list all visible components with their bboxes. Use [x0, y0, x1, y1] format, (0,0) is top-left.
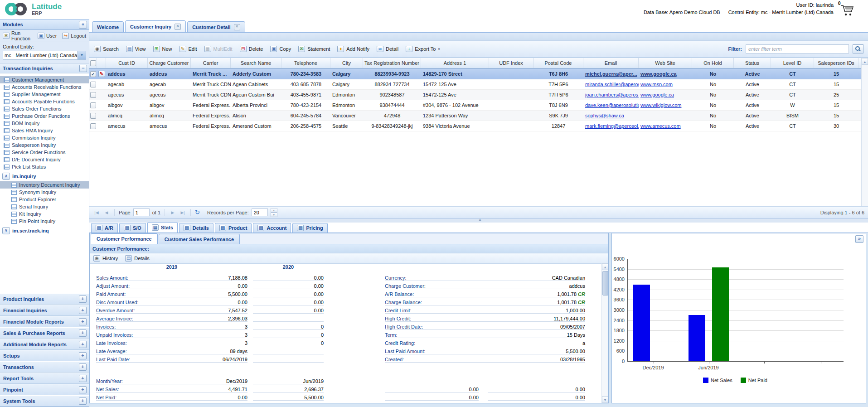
expand-section-button[interactable]: + — [79, 296, 87, 303]
sidebar-item-serial-inquiry[interactable]: Serial Inquiry — [0, 203, 89, 210]
sidebar-section-pinpoint[interactable]: Pinpoint+ — [0, 384, 89, 395]
row-checkbox[interactable] — [90, 102, 96, 108]
sidebar-item-product-explorer[interactable]: Product Explorer — [0, 196, 89, 203]
copy-button[interactable]: ▣Copy — [270, 46, 291, 52]
add-notify-button[interactable]: ♦Add Notify — [337, 46, 369, 52]
cell-email[interactable]: mark.fleming@aperosol... — [583, 123, 639, 129]
row-checkbox[interactable] — [90, 82, 96, 87]
last-page-button[interactable]: ▶| — [179, 208, 186, 217]
column-header-telephone[interactable]: Telephone — [281, 58, 330, 68]
sidebar-item-pick-list-status[interactable]: Pick List Status — [0, 163, 89, 170]
column-header-udf-index[interactable]: UDF Index — [489, 58, 533, 68]
column-header-postal-code[interactable]: Postal Code — [533, 58, 583, 68]
table-row[interactable]: agecusagecusMerrit Truck CDNAgean Custom… — [89, 90, 862, 100]
spinner-down-icon[interactable]: ▼ — [271, 213, 277, 217]
row-checkbox-cell[interactable]: ✓ — [89, 71, 97, 77]
scrollbar-thumb[interactable] — [602, 271, 608, 296]
header-checkbox[interactable] — [90, 60, 96, 66]
close-icon[interactable]: ✕ — [234, 24, 240, 30]
sidebar-section-transactions[interactable]: Transactions+ — [0, 361, 89, 373]
sidebar-item-salesperson-inquiry[interactable]: Salesperson Inquiry — [0, 141, 89, 149]
row-checkbox-cell[interactable] — [89, 113, 97, 119]
records-per-page-input[interactable] — [252, 208, 268, 216]
column-header-status[interactable]: Status — [734, 58, 771, 68]
column-header-charge-customer[interactable]: Charge Customer — [148, 58, 191, 68]
scroll-down-icon[interactable]: ▼ — [602, 396, 608, 403]
table-row[interactable]: alimcqalimcqFederal Express...Alison604-… — [89, 111, 862, 121]
row-checkbox-cell[interactable] — [89, 92, 97, 98]
sidebar-item-accounts-payable-functions[interactable]: Accounts Payable Functions — [0, 98, 89, 105]
sidebar-item-bom-inquiry[interactable]: BOM Inquiry — [0, 120, 89, 127]
page-number-input[interactable] — [133, 208, 150, 216]
expand-section-button[interactable]: + — [79, 341, 87, 348]
user-button[interactable]: ▣User — [38, 33, 57, 39]
expand-section-button[interactable]: + — [79, 329, 87, 337]
collapse-section-button[interactable]: − — [79, 65, 87, 72]
export-to-button[interactable]: ↓Export To▾ — [406, 46, 440, 52]
sidebar-item-d-e-document-inquiry[interactable]: D/E Document Inquiry — [0, 156, 89, 163]
tab-details[interactable]: ▤Details — [179, 223, 213, 233]
column-header-carrier[interactable]: Carrier — [191, 58, 231, 68]
expand-section-button[interactable]: + — [79, 318, 87, 325]
column-header-cust-id[interactable]: Cust ID — [106, 58, 148, 68]
search-button[interactable]: ◉Search — [94, 46, 119, 52]
sidebar-item-sales-rma-inquiry[interactable]: Sales RMA Inquiry — [0, 127, 89, 134]
sidebar-section-financial-inquiries[interactable]: Financial Inquiries+ — [0, 305, 89, 316]
sidebar-item-commission-inquiry[interactable]: Commission Inquiry — [0, 134, 89, 141]
prev-page-button[interactable]: ◀ — [103, 208, 110, 217]
collapse-sidebar-button[interactable]: « — [79, 21, 87, 29]
tab-pricing[interactable]: ▤Pricing — [292, 223, 327, 233]
cell-email[interactable]: miranda.schiller@aperos... — [583, 82, 639, 87]
tab-welcome[interactable]: Welcome — [92, 21, 124, 32]
expand-section-button[interactable]: + — [79, 386, 87, 393]
refresh-button[interactable]: ↻ — [195, 209, 200, 216]
sidebar-section-additional-module-reports[interactable]: Additional Module Reports+ — [0, 339, 89, 350]
cell-email[interactable]: joan.chambers@aperos... — [583, 92, 639, 97]
column-header-email[interactable]: Email — [583, 58, 639, 68]
sidebar-item-purchase-order-functions[interactable]: Purchase Order Functions — [0, 112, 89, 120]
row-checkbox-cell[interactable] — [89, 102, 97, 108]
sidebar-item-pin-point-inquiry[interactable]: Pin Point Inquiry — [0, 218, 89, 225]
statement-button[interactable]: ✉Statement — [298, 46, 330, 52]
column-header-address-1[interactable]: Address 1 — [421, 58, 489, 68]
cell-web-site[interactable]: www.google.ca — [639, 71, 692, 77]
row-checkbox-cell[interactable] — [89, 123, 97, 129]
chevron-down-icon[interactable]: ∨ — [2, 227, 10, 234]
grid-scrollbar[interactable]: ▲ — [861, 58, 868, 206]
table-row[interactable]: agecabagecabMerrit Truck CDNAgean Cabine… — [89, 79, 862, 90]
performance-scrollbar[interactable]: ▲ ▼ — [601, 263, 608, 403]
row-checkbox[interactable] — [90, 92, 96, 98]
column-header-salesperson-ids[interactable]: Salesperson IDs — [814, 58, 858, 68]
column-header-tax-registration-number[interactable]: Tax Registration Number — [363, 58, 421, 68]
cell-web-site[interactable]: www.google.ca — [639, 92, 692, 97]
history-button[interactable]: ◉History — [93, 255, 118, 262]
sidebar-item-inventory-document-inquiry[interactable]: Inventory Document Inquiry — [0, 181, 89, 189]
scroll-up-icon[interactable]: ▲ — [862, 58, 868, 65]
splitter-up-icon[interactable]: ▲ — [478, 218, 482, 222]
sidebar-item-kit-inquiry[interactable]: Kit Inquiry — [0, 210, 89, 218]
sidebar-item-accounts-receivable-functions[interactable]: Accounts Receivable Functions — [0, 83, 89, 91]
tab-stats[interactable]: ▤Stats — [147, 222, 178, 233]
cell-web-site[interactable]: www.amecus.com — [639, 123, 692, 129]
cell-web-site[interactable]: www.msn.com — [639, 82, 692, 87]
chevron-up-icon[interactable]: ∧ — [2, 173, 10, 180]
new-button[interactable]: ⊞New — [153, 46, 172, 52]
expand-section-button[interactable]: + — [79, 397, 87, 405]
sidebar-item-sales-order-functions[interactable]: Sales Order Functions — [0, 105, 89, 112]
expand-section-button[interactable]: + — [79, 375, 87, 382]
column-header-web-site[interactable]: Web Site — [639, 58, 692, 68]
detail-button[interactable]: ∞Detail — [377, 46, 398, 52]
table-row[interactable]: ✓✎addcusaddcusMerrit Truck ...Adderly Cu… — [89, 68, 862, 79]
sidebar-section-system-tools[interactable]: System Tools+ — [0, 395, 89, 407]
delete-button[interactable]: ⊟Delete — [240, 46, 263, 52]
cart-button[interactable]: 0 — [837, 1, 855, 17]
tab-customer-performance[interactable]: Customer Performance — [91, 233, 158, 244]
cell-email[interactable]: michel.guerra@aper... — [583, 71, 639, 77]
details-button[interactable]: ▤Details — [125, 255, 150, 262]
tab-a-r[interactable]: ▤A/R — [91, 223, 118, 233]
sidebar-item-supplier-management[interactable]: Supplier Management — [0, 91, 89, 98]
spinner-up-icon[interactable]: ▲ — [271, 208, 277, 213]
run-function-button[interactable]: ✱Run Function — [3, 30, 32, 41]
sidebar-section-financial-module-reports[interactable]: Financial Module Reports+ — [0, 316, 89, 327]
tab-customer-detail[interactable]: Customer Detail✕ — [187, 21, 245, 32]
